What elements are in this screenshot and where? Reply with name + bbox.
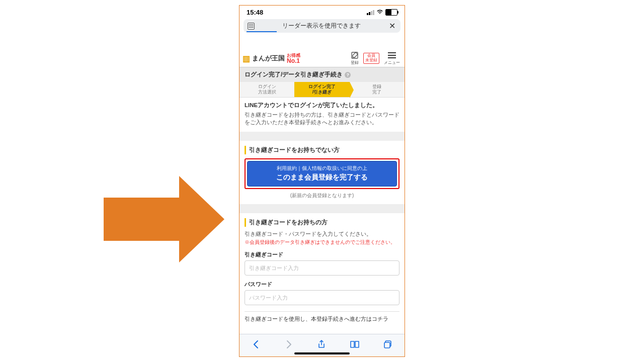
brand-logo[interactable]: ▥ まんが王国 お得感 No.1 — [243, 53, 300, 64]
new-registration-note: (新規の会員登録となります) — [245, 192, 399, 199]
help-icon[interactable]: ? — [345, 72, 351, 78]
has-code-warning: ※会員登録後のデータ引き継ぎはできませんのでご注意ください。 — [245, 239, 399, 246]
battery-icon — [385, 9, 397, 16]
reader-icon[interactable] — [248, 23, 255, 30]
home-indicator — [294, 352, 350, 354]
app-header: ▥ まんが王国 お得感 No.1 登録 会員 未登録 メニュー — [239, 50, 405, 67]
cellular-icon — [367, 10, 374, 15]
menu-button[interactable]: メニュー — [382, 51, 401, 65]
brand-name: まんが王国 — [252, 54, 285, 63]
hamburger-icon — [388, 51, 396, 59]
tabs-button[interactable] — [383, 339, 393, 352]
code-input[interactable] — [245, 260, 399, 276]
reader-text: リーダー表示を使用できます — [255, 22, 388, 30]
close-icon[interactable]: ✕ — [388, 21, 396, 31]
safari-url-bar[interactable]: リーダー表示を使用できます ✕ — [244, 19, 400, 33]
status-time: 15:48 — [247, 9, 263, 16]
intro-lead: LINEアカウントでログインが完了いたしました。 — [245, 102, 399, 109]
intro-desc: 引き継ぎコードをお持ちの方は、引き継ぎコードとパスワードをご入力いただき本登録手… — [245, 111, 399, 127]
page-title: ログイン完了/データ引き継ぎ手続き ? — [239, 67, 405, 82]
pointer-arrow — [104, 176, 224, 262]
svg-rect-2 — [384, 342, 390, 348]
unregistered-badge: 会員 未登録 — [363, 53, 379, 64]
progress-steps: ログイン 方法選択 ログイン完了 /引き継ぎ 登録 完了 — [239, 82, 405, 98]
section-has-code-heading: 引き継ぎコードをお持ちの方 — [245, 218, 399, 227]
complete-registration-button[interactable]: 利用規約｜個人情報の取扱いに同意の上 このまま会員登録を完了する — [247, 161, 397, 187]
wifi-icon — [376, 9, 383, 16]
section-no-code-heading: 引き継ぎコードをお持ちでない方 — [245, 146, 399, 154]
share-button[interactable] — [316, 339, 327, 352]
highlight-box: 利用規約｜個人情報の取扱いに同意の上 このまま会員登録を完了する — [245, 158, 399, 189]
bookmarks-button[interactable] — [349, 339, 360, 352]
status-bar: 15:48 — [239, 6, 405, 19]
password-label: パスワード — [245, 281, 399, 288]
register-button[interactable]: 登録 — [349, 51, 360, 65]
proceed-link[interactable]: 引き継ぎコードを使用し、本登録手続きへ進む方はコチラ — [245, 311, 399, 323]
forward-button — [284, 339, 294, 352]
has-code-lead: 引き継ぎコード・パスワードを入力してください。 — [245, 231, 399, 238]
step-1: ログイン 方法選択 — [239, 82, 294, 97]
phone-frame: 15:48 リーダー表示を使用できます ✕ ▥ まんが王国 — [239, 5, 405, 357]
code-label: 引き継ぎコード — [245, 251, 399, 258]
step-3: 登録 完了 — [350, 82, 405, 97]
back-button[interactable] — [251, 339, 261, 352]
step-2: ログイン完了 /引き継ぎ — [294, 82, 349, 97]
password-input[interactable] — [245, 290, 399, 305]
book-icon: ▥ — [243, 54, 250, 63]
otoku-badge: お得感 No.1 — [287, 53, 300, 64]
